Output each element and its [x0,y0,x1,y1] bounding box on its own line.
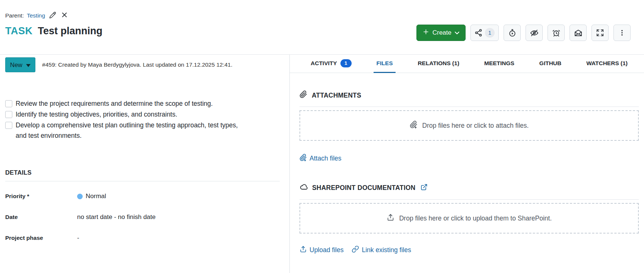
paperclip-plus-icon [410,121,418,130]
envelope-open-icon [574,29,583,37]
priority-dot-icon [77,194,83,199]
tab-relations[interactable]: RELATIONS (1) [415,55,462,73]
link-label: Attach files [310,155,342,162]
project-phase-value[interactable]: - [77,234,79,242]
expand-icon [596,29,604,37]
share-icon [475,29,483,37]
checkbox[interactable] [5,100,12,107]
kebab-menu-icon [618,29,626,37]
tab-label: WATCHERS (1) [586,60,628,67]
activity-count-badge: 1 [340,59,352,67]
divider [299,199,639,200]
chain-link-icon [352,245,359,255]
work-package-details-panel: New #459: Created by Maya Berdygylyjova.… [0,55,289,273]
field-value-text: no start date - no finish date [77,213,156,221]
page-title[interactable]: Test planning [38,25,103,37]
edit-parent-button[interactable] [48,11,57,20]
field-project-phase: Project phase - [5,232,280,244]
upload-icon [299,245,307,255]
attachments-dropzone[interactable]: Drop files here or click to attach files… [299,110,639,141]
tab-meetings[interactable]: MEETINGS [481,55,517,73]
field-label: Project phase [5,235,77,241]
field-value-text: - [77,234,79,242]
work-package-type[interactable]: TASK [5,25,33,37]
divider [299,107,639,107]
tab-activity[interactable]: ACTIVITY 1 [308,55,355,73]
create-button-label: Create [432,29,451,36]
tab-label: MEETINGS [484,60,514,67]
dropzone-text: Drop files here or click to upload them … [399,215,552,222]
field-label: Priority * [5,193,77,200]
close-icon [61,12,68,20]
work-package-title: TASK Test planning [5,25,102,37]
list-item: Develop a comprehensive test plan outlin… [5,120,247,141]
plus-icon [423,29,429,37]
status-dropdown[interactable]: New [5,57,35,72]
checkbox[interactable] [5,122,12,129]
tab-watchers[interactable]: WATCHERS (1) [583,55,631,73]
unwatch-button[interactable] [526,25,543,41]
upload-files-link[interactable]: Upload files [299,245,343,255]
details-section-heading: DETAILS [5,169,280,176]
tab-label: FILES [377,60,393,67]
paperclip-icon [299,91,307,100]
share-count-badge: 1 [485,28,495,38]
status-label: New [10,61,22,69]
start-timer-button[interactable] [504,25,521,41]
files-tab-content: ATTACHMENTS Drop files here or click to … [290,73,644,255]
field-date: Date no start date - no finish date [5,211,280,223]
external-link-icon[interactable] [421,184,428,193]
breadcrumb: Parent: Testing [5,11,69,20]
link-existing-files-link[interactable]: Link existing files [352,245,411,255]
remove-parent-button[interactable] [60,11,69,20]
attach-files-link[interactable]: Attach files [299,154,342,163]
more-menu-button[interactable] [613,25,631,41]
tab-label: RELATIONS (1) [418,60,459,67]
work-package-page: Parent: Testing TASK Test planning [0,0,644,273]
sharepoint-dropzone[interactable]: Drop files here or click to upload them … [299,203,639,234]
mark-notifications-read-button[interactable] [570,25,587,41]
field-value-text: Normal [86,193,106,200]
priority-value[interactable]: Normal [77,193,106,200]
dropzone-text: Drop files here or click to attach files… [422,122,529,130]
work-package-meta: #459: Created by Maya Berdygylyjova. Las… [42,61,232,68]
sharepoint-section-heading: SHAREPOINT DOCUMENTATION [299,183,639,193]
work-package-side-panel: ACTIVITY 1 FILES RELATIONS (1) MEETINGS … [289,55,644,273]
tab-github[interactable]: GITHUB [536,55,564,73]
caret-down-icon [26,61,31,69]
share-button[interactable]: 1 [470,25,499,41]
section-title: ATTACHMENTS [312,92,361,99]
stopwatch-icon [508,29,517,37]
tab-bar: ACTIVITY 1 FILES RELATIONS (1) MEETINGS … [290,55,644,73]
link-label: Link existing files [362,246,411,254]
reminder-button[interactable] [548,25,565,41]
fullscreen-button[interactable] [591,25,609,41]
alarm-clock-icon [552,29,561,37]
page-header: Parent: Testing TASK Test planning [0,0,644,55]
pencil-icon [49,12,56,20]
paperclip-plus-icon [299,154,307,163]
attachments-section-heading: ATTACHMENTS [299,91,639,100]
parent-link[interactable]: Testing [27,12,45,19]
header-toolbar: Create 1 [416,25,631,41]
tab-label: ACTIVITY [311,60,337,67]
section-title: SHAREPOINT DOCUMENTATION [312,184,415,192]
checklist-item-label: Review the project requirements and dete… [16,98,213,109]
date-value[interactable]: no start date - no finish date [77,213,156,221]
create-button[interactable]: Create [416,25,466,41]
cloud-icon [299,183,308,193]
upload-icon [387,213,394,223]
parent-label: Parent: [5,12,24,19]
sharepoint-actions: Upload files Link existing files [299,245,639,255]
divider [5,181,280,181]
description-checklist: Review the project requirements and dete… [5,98,247,141]
attachments-actions: Attach files [299,154,639,163]
field-priority: Priority * Normal [5,190,280,202]
field-label: Date [5,214,77,220]
tab-label: GITHUB [539,60,561,67]
list-item: Identify the testing objectives, priorit… [5,109,247,120]
tab-files[interactable]: FILES [374,55,396,73]
link-label: Upload files [310,246,343,254]
checkbox[interactable] [5,111,12,118]
eye-off-icon [530,29,539,37]
